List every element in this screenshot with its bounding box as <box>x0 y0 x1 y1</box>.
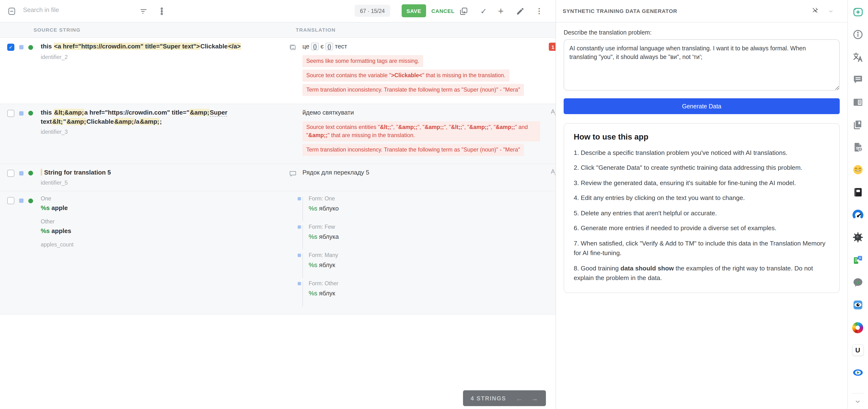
apps-rail: AU <box>847 0 868 409</box>
form-label: Form: Other <box>309 281 541 287</box>
qa-error: Source text contains entities "&lt;;", "… <box>303 121 540 141</box>
row-gutter: ✓ <box>0 42 41 98</box>
text-segment: тест <box>333 43 347 50</box>
filter-icon[interactable] <box>138 6 149 16</box>
gear-icon[interactable] <box>852 232 863 243</box>
text-segment: 3. Review the generated data, ensuring i… <box>574 179 796 186</box>
row-checkbox[interactable]: ✓ <box>7 43 14 51</box>
panel-title: SYNTHETIC TRAINING DATA GENERATOR <box>563 8 677 14</box>
text-segment: Term translation inconsistency. Translat… <box>306 86 520 92</box>
status-square-icon <box>19 199 24 203</box>
color-wheel-icon[interactable] <box>852 322 863 333</box>
howto-step: 5. Delete any entries that aren't helpfu… <box>574 209 830 218</box>
svg-text:A: A <box>856 280 859 285</box>
source-cell[interactable]: One%s appleOther%s applesapples_count <box>41 196 283 309</box>
collapse-strings-icon[interactable] <box>6 6 17 16</box>
app-letter-tile: U <box>852 344 863 356</box>
comment-icon[interactable] <box>283 168 303 186</box>
app-u-icon[interactable]: U <box>852 344 863 356</box>
chat-a-icon[interactable]: A <box>852 277 863 288</box>
text-segment: text <box>41 118 52 125</box>
row-checkbox[interactable] <box>7 170 14 177</box>
side-panel-icon[interactable] <box>852 96 863 108</box>
text-segment: {} <box>311 43 319 50</box>
plural-form-label: One <box>41 196 280 202</box>
save-button[interactable]: SAVE <box>402 4 426 17</box>
translation-cell[interactable]: Рядок для перекладу 5 <box>303 168 541 186</box>
status-square-icon <box>19 171 24 175</box>
next-page-icon[interactable]: → <box>531 394 538 402</box>
text-segment: a href="https://crowdin.com" title=" <box>84 109 190 116</box>
emoji-smile-icon[interactable] <box>852 164 863 175</box>
string-row[interactable]: One%s appleOther%s applesapples_countFor… <box>0 192 556 315</box>
text-segment: яблук <box>317 262 335 269</box>
translation-cell[interactable]: це {} є {} тестSeems like some formattin… <box>303 42 541 98</box>
ai-generator-icon[interactable] <box>852 6 863 18</box>
file-info-icon[interactable] <box>852 142 863 153</box>
screenshot-icon[interactable] <box>283 42 303 98</box>
translate-icon[interactable] <box>852 51 863 63</box>
row-checkbox[interactable] <box>7 110 14 117</box>
edit-icon[interactable] <box>515 6 525 16</box>
string-row[interactable]: ✓this <a href="https://crowdin.com" titl… <box>0 38 556 104</box>
library-icon[interactable] <box>852 119 863 130</box>
text-segment: &amp;; <box>308 132 328 138</box>
row-checkbox[interactable] <box>7 197 14 204</box>
puzzle-icon[interactable] <box>852 254 863 266</box>
copy-source-icon[interactable] <box>458 6 469 16</box>
source-text: String for translation 5 <box>41 168 280 177</box>
string-identifier: identifier_3 <box>41 129 280 135</box>
translation-form-block[interactable]: Form: Many%s яблукA✓ <box>303 253 541 272</box>
source-cell[interactable]: this <a href="https://crowdin.com" title… <box>41 42 283 98</box>
unpin-icon[interactable] <box>811 7 818 16</box>
problem-textarea[interactable]: AI constantly use informal language when… <box>564 39 840 91</box>
translation-form-block[interactable]: Form: Other%s яблукA✓ <box>303 281 541 301</box>
source-cell[interactable]: this &lt;&amp;a href="https://crowdin.co… <box>41 108 283 158</box>
display-settings-icon[interactable] <box>156 6 167 16</box>
approve-icon[interactable]: ✓ <box>478 6 489 16</box>
more-menu-icon[interactable]: ⋮ <box>534 6 545 16</box>
text-segment: 8. Good training <box>574 264 620 272</box>
cancel-button[interactable]: CANCEL <box>429 4 457 17</box>
text-segment: Source text contains the variable " <box>306 72 391 78</box>
notebook-icon[interactable] <box>852 186 863 198</box>
gauge-icon[interactable] <box>852 209 863 221</box>
text-segment: яблук <box>317 290 335 297</box>
text-segment: " that is missing in the translation. <box>422 72 505 78</box>
search-input[interactable] <box>22 6 125 14</box>
text-segment: this <box>41 43 54 50</box>
text-segment: ; <box>160 118 162 125</box>
qa-error: Seems like some formatting tags are miss… <box>303 55 423 67</box>
spellcheck-icon[interactable]: A✓ <box>551 168 555 175</box>
text-segment: ", " <box>462 123 469 130</box>
error-count-badge[interactable]: 1 <box>549 43 556 51</box>
add-string-icon[interactable]: + <box>496 6 506 16</box>
prev-page-icon[interactable]: ← <box>516 394 523 402</box>
translation-cell[interactable]: Form: One%s яблукоA✓Form: Few%s яблукаA✓… <box>303 196 541 309</box>
string-row[interactable]: String for translation 5identifier_5Рядо… <box>0 164 556 192</box>
text-segment: &amp;; <box>425 123 444 130</box>
translation-cell[interactable]: йдемо святкуватиSource text contains ent… <box>303 108 541 158</box>
source-cell[interactable]: String for translation 5identifier_5 <box>41 168 283 186</box>
list-column-header: SOURCE STRING TRANSLATION <box>0 23 556 38</box>
generate-data-button[interactable]: Generate Data <box>564 98 840 114</box>
text-segment: є <box>319 43 326 50</box>
rail-collapse-icon[interactable] <box>851 393 864 405</box>
spellcheck-icon[interactable]: A✓ <box>551 108 555 115</box>
qa-error: Source text contains the variable ">Clic… <box>303 69 509 82</box>
strings-count: 4 STRINGS <box>471 395 506 402</box>
text-segment: >Clickable< <box>391 72 422 78</box>
string-row[interactable]: this &lt;&amp;a href="https://crowdin.co… <box>0 104 556 164</box>
text-segment: " that are missing in the translation. <box>328 132 415 138</box>
translation-form-block[interactable]: Form: One%s яблукоA✓ <box>303 196 541 216</box>
translation-form-block[interactable]: Form: Few%s яблукаA✓ <box>303 224 541 244</box>
panel-chevron-down-icon[interactable] <box>828 8 834 16</box>
eye-app-icon[interactable] <box>852 299 863 311</box>
comments-icon[interactable] <box>852 74 863 85</box>
panel-body: Describe the translation problem: AI con… <box>556 23 847 409</box>
strings-pager: 4 STRINGS ← → <box>463 390 546 406</box>
eye-play-icon[interactable] <box>852 367 863 378</box>
text-segment: Clickable <box>87 118 114 125</box>
text-segment: %s <box>309 233 317 240</box>
info-icon[interactable] <box>852 29 863 40</box>
